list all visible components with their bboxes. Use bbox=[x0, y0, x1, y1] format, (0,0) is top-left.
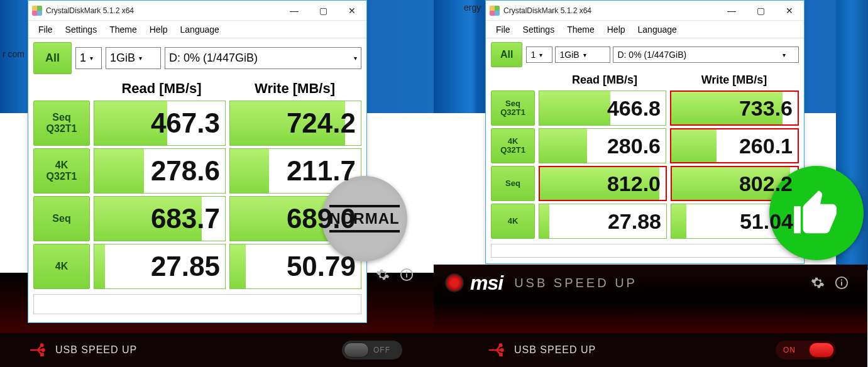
maximize-button[interactable]: ▢ bbox=[746, 1, 775, 20]
menubar: File Settings Theme Help Language bbox=[486, 21, 804, 38]
header-write: Write [MB/s] bbox=[228, 77, 361, 99]
chevron-down-icon: ▾ bbox=[783, 52, 786, 58]
chevron-down-icon: ▾ bbox=[354, 55, 357, 62]
titlebar: CrystalDiskMark 5.1.2 x64 — ▢ ✕ bbox=[486, 1, 804, 21]
toggle-label: OFF bbox=[373, 346, 390, 354]
msi-feature-bar: USB SPEED UP OFF bbox=[0, 333, 434, 367]
app-icon bbox=[490, 6, 500, 16]
menu-language[interactable]: Language bbox=[632, 22, 683, 37]
4k-q32t1-write: 260.1 bbox=[670, 128, 799, 163]
svg-point-4 bbox=[41, 344, 43, 347]
4k-q32t1-read: 280.6 bbox=[539, 128, 666, 163]
chevron-down-icon: ▾ bbox=[583, 52, 586, 58]
chevron-down-icon: ▾ bbox=[139, 55, 142, 62]
seq-q32t1-button[interactable]: Seq Q32T1 bbox=[491, 90, 535, 126]
close-button[interactable]: ✕ bbox=[338, 1, 366, 20]
run-count-select[interactable]: 1▾ bbox=[526, 47, 552, 63]
settings-icons bbox=[811, 276, 849, 290]
seq-q32t1-write: 733.6 bbox=[670, 90, 799, 126]
partial-text: ergy bbox=[464, 3, 481, 13]
menu-settings[interactable]: Settings bbox=[517, 22, 561, 37]
toolbar: All 1▾ 1GiB▾ D: 0% (1/447GiB)▾ bbox=[28, 38, 366, 77]
menu-help[interactable]: Help bbox=[143, 22, 174, 37]
seq-q32t1-read: 466.8 bbox=[539, 90, 666, 126]
info-icon[interactable] bbox=[400, 268, 414, 282]
app-icon bbox=[32, 6, 42, 16]
seq-q32t1-write: 724.2 bbox=[229, 101, 361, 146]
svg-point-10 bbox=[500, 344, 502, 347]
seq-read: 812.0 bbox=[539, 166, 667, 201]
thumbs-up-icon bbox=[789, 186, 843, 240]
settings-icons bbox=[376, 268, 414, 282]
drive-select[interactable]: D: 0% (1/447GiB)▾ bbox=[165, 47, 361, 69]
4k-button[interactable]: 4K bbox=[491, 204, 535, 239]
usb-icon bbox=[29, 343, 47, 357]
msi-brand: msi bbox=[470, 271, 503, 295]
info-icon[interactable] bbox=[835, 276, 849, 290]
svg-rect-2 bbox=[406, 271, 407, 273]
menu-theme[interactable]: Theme bbox=[103, 22, 143, 37]
4k-q32t1-button[interactable]: 4K Q32T1 bbox=[491, 128, 535, 163]
minimize-button[interactable]: — bbox=[280, 1, 309, 20]
seq-button[interactable]: Seq bbox=[33, 196, 90, 241]
toggle-knob bbox=[809, 342, 834, 358]
minimize-button[interactable]: — bbox=[717, 1, 746, 20]
titlebar: CrystalDiskMark 5.1.2 x64 — ▢ ✕ bbox=[28, 1, 366, 21]
msi-brand-bar: msi USB SPEED UP bbox=[434, 265, 867, 301]
4k-button[interactable]: 4K bbox=[33, 244, 90, 289]
seq-button[interactable]: Seq bbox=[491, 166, 535, 201]
seq-read: 683.7 bbox=[94, 196, 226, 241]
menu-language[interactable]: Language bbox=[174, 22, 226, 37]
msi-feature-bar: USB SPEED UP ON bbox=[434, 333, 867, 367]
status-strip bbox=[33, 294, 361, 314]
4k-q32t1-button[interactable]: 4K Q32T1 bbox=[33, 148, 90, 194]
svg-point-3 bbox=[42, 349, 45, 351]
usb-speed-toggle[interactable]: OFF bbox=[342, 341, 402, 359]
toolbar: All 1▾ 1GiB▾ D: 0% (1/447GiB)▾ bbox=[486, 38, 804, 70]
gear-icon[interactable] bbox=[376, 268, 390, 282]
toggle-knob bbox=[344, 342, 369, 358]
svg-rect-1 bbox=[406, 273, 407, 277]
4k-q32t1-read: 278.6 bbox=[94, 148, 226, 194]
chevron-down-icon: ▾ bbox=[90, 55, 93, 62]
test-size-select[interactable]: 1GiB▾ bbox=[555, 47, 610, 63]
usb-speed-toggle[interactable]: ON bbox=[776, 341, 836, 359]
header-read: Read [MB/s] bbox=[95, 77, 228, 99]
toggle-label: ON bbox=[783, 346, 796, 354]
chevron-down-icon: ▾ bbox=[539, 52, 542, 58]
msi-shield-icon bbox=[445, 273, 464, 292]
all-button[interactable]: All bbox=[491, 42, 522, 67]
menu-help[interactable]: Help bbox=[601, 22, 632, 37]
svg-rect-8 bbox=[841, 280, 842, 281]
close-button[interactable]: ✕ bbox=[775, 1, 804, 20]
header-write: Write [MB/s] bbox=[669, 70, 799, 89]
crystaldiskmark-window: CrystalDiskMark 5.1.2 x64 — ▢ ✕ File Set… bbox=[485, 0, 805, 264]
gear-icon[interactable] bbox=[811, 276, 825, 290]
menu-file[interactable]: File bbox=[32, 22, 59, 37]
menu-theme[interactable]: Theme bbox=[561, 22, 601, 37]
headers: Read [MB/s] Write [MB/s] bbox=[486, 70, 804, 89]
usb-speed-up-label: USB SPEED UP bbox=[55, 344, 137, 356]
crystaldiskmark-window: CrystalDiskMark 5.1.2 x64 — ▢ ✕ File Set… bbox=[28, 0, 367, 323]
menu-settings[interactable]: Settings bbox=[59, 22, 104, 37]
svg-rect-11 bbox=[500, 354, 502, 356]
usb-speed-up-label: USB SPEED UP bbox=[514, 344, 596, 356]
all-button[interactable]: All bbox=[33, 42, 72, 74]
menu-file[interactable]: File bbox=[490, 22, 517, 37]
msi-subtitle: USB SPEED UP bbox=[514, 276, 637, 290]
4k-read: 27.85 bbox=[94, 244, 226, 289]
drive-select[interactable]: D: 0% (1/447GiB)▾ bbox=[613, 47, 799, 63]
4k-read: 27.88 bbox=[539, 204, 667, 239]
maximize-button[interactable]: ▢ bbox=[309, 1, 338, 20]
headers: Read [MB/s] Write [MB/s] bbox=[28, 77, 366, 99]
status-strip bbox=[491, 244, 799, 258]
test-size-select[interactable]: 1GiB▾ bbox=[106, 47, 161, 69]
seq-q32t1-button[interactable]: Seq Q32T1 bbox=[33, 101, 90, 146]
partial-text: r com bbox=[3, 49, 25, 59]
4k-write: 50.79 bbox=[229, 244, 361, 289]
header-read: Read [MB/s] bbox=[540, 70, 669, 89]
run-count-select[interactable]: 1▾ bbox=[75, 47, 102, 69]
svg-point-9 bbox=[501, 349, 503, 351]
svg-rect-5 bbox=[41, 354, 43, 356]
app-title: CrystalDiskMark 5.1.2 x64 bbox=[503, 6, 717, 15]
